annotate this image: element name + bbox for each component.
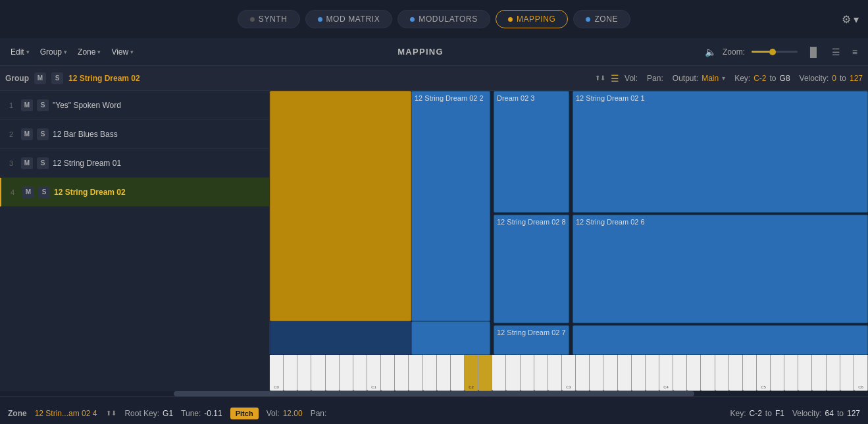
white-key[interactable]: C0 — [270, 355, 284, 391]
status-zone-name: 12 Strin...am 02 4 — [35, 409, 97, 418]
zone-block-gold[interactable] — [270, 91, 411, 321]
white-key-highlighted[interactable]: C2 — [465, 355, 478, 391]
white-key[interactable] — [534, 355, 548, 391]
row3-m-btn[interactable]: M — [21, 157, 33, 169]
white-key[interactable] — [646, 355, 659, 391]
row4-s-btn[interactable]: S — [38, 186, 50, 198]
white-key[interactable]: C1 — [367, 355, 381, 391]
white-key[interactable] — [326, 355, 340, 391]
piano-keys[interactable]: .wk { display:inline-block; height:100%;… — [270, 355, 868, 391]
group-dropdown[interactable]: Group ▾ — [38, 46, 70, 58]
white-key[interactable] — [548, 355, 562, 391]
row1-s-btn[interactable]: S — [37, 99, 49, 111]
list2-icon[interactable]: ≡ — [850, 45, 860, 59]
tab-zone[interactable]: ZONE — [573, 10, 630, 28]
zone-block-2[interactable]: 12 String Dream 02 2 — [411, 91, 490, 321]
tab-modulators[interactable]: MODULATORS — [397, 10, 490, 28]
zone-block-3[interactable]: Dream 02 3 — [494, 91, 569, 213]
row2-m-btn[interactable]: M — [21, 128, 33, 140]
white-key[interactable]: C4 — [659, 355, 673, 391]
white-key[interactable]: C5 — [757, 355, 771, 391]
scrollbar-thumb[interactable] — [174, 391, 694, 396]
zone-block-darkblue[interactable] — [270, 321, 411, 355]
row2-s-btn[interactable]: S — [37, 128, 49, 140]
key-field: Key: C-2 to G8 — [734, 74, 790, 83]
zone-block-8[interactable]: 12 String Dream 02 8 — [494, 215, 569, 323]
zoom-slider[interactable] — [752, 51, 798, 53]
bars-icon[interactable]: ▐▌ — [804, 45, 823, 59]
tab-mod-matrix[interactable]: MOD MATRIX — [305, 10, 393, 28]
list-item[interactable]: 2 M S 12 Bar Blues Bass — [0, 120, 269, 149]
white-key[interactable] — [590, 355, 603, 391]
white-key-highlighted[interactable] — [478, 355, 492, 391]
white-key[interactable] — [437, 355, 451, 391]
speaker-icon[interactable]: 🔈 — [705, 47, 716, 57]
output-val[interactable]: Main — [702, 74, 719, 83]
white-key[interactable] — [715, 355, 729, 391]
tab-synth[interactable]: SYNTH — [238, 10, 300, 28]
group-list-icon[interactable]: ☰ — [611, 73, 619, 84]
zone-block-7[interactable]: 12 String Dream 02 7 — [494, 325, 569, 355]
white-key[interactable] — [409, 355, 422, 391]
white-key[interactable] — [798, 355, 812, 391]
white-key[interactable]: C6 — [854, 355, 868, 391]
white-key[interactable] — [701, 355, 715, 391]
white-key[interactable] — [771, 355, 784, 391]
white-key[interactable] — [743, 355, 757, 391]
white-key[interactable] — [521, 355, 534, 391]
white-key[interactable] — [673, 355, 687, 391]
top-nav: SYNTH MOD MATRIX MODULATORS MAPPING ZONE… — [0, 0, 868, 38]
white-key[interactable] — [297, 355, 311, 391]
white-key[interactable] — [311, 355, 325, 391]
white-key[interactable] — [840, 355, 854, 391]
status-velocity: Velocity: 64 to 127 — [792, 409, 860, 418]
mapping-dot — [508, 17, 513, 22]
zone-block-right-bottom[interactable] — [573, 325, 868, 355]
mapping-canvas[interactable]: 12 String Dream 02 2 Dream 02 3 12 Strin… — [270, 91, 868, 391]
zone-dropdown[interactable]: Zone ▾ — [75, 46, 103, 58]
view-arrow: ▾ — [130, 49, 134, 55]
white-key[interactable] — [340, 355, 353, 391]
white-key[interactable] — [284, 355, 297, 391]
edit-dropdown[interactable]: Edit ▾ — [8, 46, 32, 58]
horizontal-scrollbar[interactable] — [0, 391, 868, 396]
white-key[interactable] — [729, 355, 743, 391]
row3-s-btn[interactable]: S — [37, 157, 49, 169]
group-nav-arrows[interactable]: ⬆⬇ — [595, 74, 605, 82]
tab-mapping[interactable]: MAPPING — [496, 10, 569, 28]
view-dropdown[interactable]: View ▾ — [109, 46, 136, 58]
row4-m-btn[interactable]: M — [22, 186, 34, 198]
pan-field: Pan: — [647, 74, 663, 83]
white-key[interactable] — [827, 355, 840, 391]
white-key[interactable] — [576, 355, 590, 391]
zone-block-6[interactable]: 12 String Dream 02 6 — [573, 215, 868, 323]
zone-block-1[interactable]: 12 String Dream 02 1 — [573, 91, 868, 213]
list-icon[interactable]: ☰ — [829, 45, 843, 59]
white-key[interactable] — [451, 355, 465, 391]
white-key[interactable]: C3 — [562, 355, 576, 391]
list-item[interactable]: 1 M S "Yes" Spoken Word — [0, 91, 269, 120]
zone-block-2b[interactable] — [411, 321, 490, 355]
gear-icon[interactable]: ⚙ ▾ — [842, 13, 859, 26]
white-key[interactable] — [423, 355, 437, 391]
white-key[interactable] — [632, 355, 646, 391]
list-item[interactable]: 3 M S 12 String Dream 01 — [0, 149, 269, 178]
white-key[interactable] — [353, 355, 367, 391]
white-key[interactable] — [603, 355, 617, 391]
white-key[interactable] — [381, 355, 395, 391]
pitch-button[interactable]: Pitch — [230, 408, 259, 419]
white-key[interactable] — [618, 355, 632, 391]
group-m-button[interactable]: M — [34, 72, 46, 84]
group-s-button[interactable]: S — [51, 72, 63, 84]
white-key[interactable] — [812, 355, 826, 391]
white-key[interactable] — [687, 355, 701, 391]
output-arrow[interactable]: ▾ — [722, 74, 725, 82]
white-key[interactable] — [506, 355, 520, 391]
list-item[interactable]: 4 M S 12 String Dream 02 — [0, 178, 269, 207]
modulators-label: MODULATORS — [419, 14, 478, 24]
white-key[interactable] — [784, 355, 798, 391]
white-key[interactable] — [492, 355, 506, 391]
status-zone-arrows[interactable]: ⬆⬇ — [106, 410, 116, 417]
row1-m-btn[interactable]: M — [21, 99, 33, 111]
white-key[interactable] — [395, 355, 409, 391]
